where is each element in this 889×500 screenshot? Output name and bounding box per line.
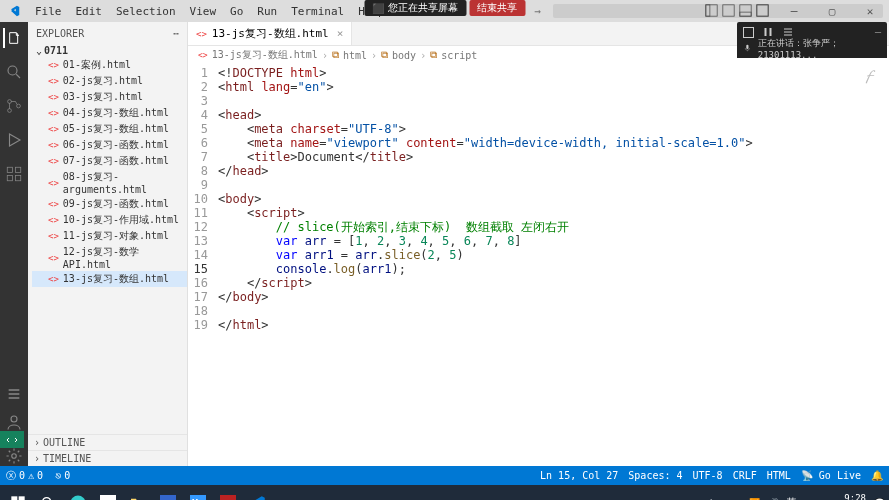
status-spaces[interactable]: Spaces: 4 — [628, 470, 682, 481]
maximize-button[interactable]: ▢ — [813, 0, 851, 22]
status-bell-icon[interactable]: 🔔 — [871, 470, 883, 481]
html-file-icon: <> — [48, 178, 59, 188]
menu-terminal[interactable]: Terminal — [284, 5, 351, 18]
sidebar-file[interactable]: <>04-js复习-数组.html — [32, 105, 187, 121]
menu-go[interactable]: Go — [223, 5, 250, 18]
layout-panel3-icon[interactable] — [739, 4, 752, 17]
tab-active[interactable]: <> 13-js复习-数组.html × — [188, 22, 352, 45]
end-share-button[interactable]: 结束共享 — [469, 0, 525, 16]
sidebar-file[interactable]: <>05-js复习-数组.html — [32, 121, 187, 137]
taskbar-wps-icon[interactable]: W — [214, 489, 242, 501]
sidebar-file[interactable]: <>11-js复习-对象.html — [32, 228, 187, 244]
taskbar-app1-icon[interactable]: ✱ — [94, 489, 122, 501]
svg-point-17 — [12, 454, 17, 459]
sidebar-file[interactable]: <>06-js复习-函数.html — [32, 137, 187, 153]
sidebar-more-icon[interactable]: ⋯ — [173, 28, 179, 39]
svg-point-16 — [11, 416, 17, 422]
svg-rect-12 — [7, 167, 12, 172]
annotation-doodle: 𝓯 — [865, 66, 869, 85]
menu-bar: FileEditSelectionViewGoRunTerminalHelp ←… — [0, 0, 889, 22]
taskbar-search-icon[interactable] — [34, 489, 62, 501]
html-file-icon: <> — [196, 29, 207, 39]
taskbar-app3-icon[interactable]: M — [184, 489, 212, 501]
nav-fwd-icon[interactable]: → — [534, 5, 541, 18]
chevron-right-icon: › — [34, 453, 40, 464]
sidebar-file[interactable]: <>13-js复习-数组.html — [32, 271, 187, 287]
menu-run[interactable]: Run — [250, 5, 284, 18]
sidebar-header: EXPLORER ⋯ — [28, 22, 187, 44]
menu-view[interactable]: View — [183, 5, 224, 18]
remote-indicator[interactable] — [0, 431, 24, 448]
status-problems[interactable]: ⓧ0 ⚠0 ⎋0 — [6, 469, 70, 483]
layout-panel4-icon[interactable] — [756, 4, 769, 17]
broadcast-icon: 📡 — [801, 470, 813, 481]
sidebar-file[interactable]: <>08-js复习-arguments.html — [32, 169, 187, 196]
html-file-icon: <> — [48, 215, 59, 225]
html-file-icon: <> — [48, 274, 59, 284]
chevron-down-icon: ⌄ — [36, 45, 42, 56]
taskbar: ✱ M W ^ ☁ ◆ 📶 🔊 英 ⌨ 9:282024/7/12 💬 — [0, 485, 889, 500]
timeline-section[interactable]: ›TIMELINE — [28, 450, 187, 466]
status-golive[interactable]: 📡 Go Live — [801, 470, 861, 481]
svg-rect-15 — [16, 176, 21, 181]
status-eol[interactable]: CRLF — [733, 470, 757, 481]
tray-ime[interactable]: 英 — [787, 496, 796, 500]
layout-panel2-icon[interactable] — [722, 4, 735, 17]
settings-gear-icon[interactable] — [4, 446, 24, 466]
svg-rect-30 — [160, 495, 176, 501]
sidebar-file[interactable]: <>03-js复习.html — [32, 89, 187, 105]
status-lang[interactable]: HTML — [767, 470, 791, 481]
svg-point-27 — [71, 495, 86, 500]
minimize-button[interactable]: ─ — [775, 0, 813, 22]
html-file-icon: <> — [48, 140, 59, 150]
taskbar-files-icon[interactable] — [124, 489, 152, 501]
list-icon[interactable] — [4, 384, 24, 404]
taskbar-vscode-icon[interactable] — [244, 489, 272, 501]
menu-edit[interactable]: Edit — [69, 5, 110, 18]
explorer-icon[interactable] — [3, 28, 23, 48]
taskbar-edge-icon[interactable] — [64, 489, 92, 501]
html-file-icon: <> — [48, 92, 59, 102]
status-cursor[interactable]: Ln 15, Col 27 — [540, 470, 618, 481]
svg-rect-6 — [757, 5, 768, 16]
svg-rect-1 — [706, 5, 710, 16]
html-file-icon: <> — [48, 253, 59, 263]
sidebar-file[interactable]: <>10-js复习-作用域.html — [32, 212, 187, 228]
menu-selection[interactable]: Selection — [109, 5, 183, 18]
svg-rect-0 — [706, 5, 717, 16]
sidebar-file[interactable]: <>09-js复习-函数.html — [32, 196, 187, 212]
source-control-icon[interactable] — [4, 96, 24, 116]
sidebar-file[interactable]: <>01-案例.html — [32, 57, 187, 73]
tray-clock[interactable]: 9:282024/7/12 — [817, 493, 866, 501]
close-button[interactable]: ✕ — [851, 0, 889, 22]
sidebar-file[interactable]: <>07-js复习-函数.html — [32, 153, 187, 169]
sidebar-folder[interactable]: ⌄ 0711 — [32, 44, 187, 57]
status-encoding[interactable]: UTF-8 — [693, 470, 723, 481]
code-editor[interactable]: 12345678910111213141516171819 <!DOCTYPE … — [188, 64, 889, 466]
svg-point-7 — [8, 66, 17, 75]
meeting-overlay[interactable]: ─ 正在讲话：张争严；21301113... — [737, 22, 887, 58]
html-file-icon: <> — [48, 199, 59, 209]
layout-panel-icon[interactable] — [705, 4, 718, 17]
error-icon: ⓧ — [6, 469, 16, 483]
taskbar-app2-icon[interactable] — [154, 489, 182, 501]
outline-section[interactable]: ›OUTLINE — [28, 434, 187, 450]
svg-rect-21 — [11, 496, 17, 500]
svg-rect-22 — [19, 496, 25, 500]
extensions-icon[interactable] — [4, 164, 24, 184]
tab-close-icon[interactable]: × — [337, 27, 344, 40]
svg-rect-5 — [757, 5, 768, 16]
start-button[interactable] — [4, 489, 32, 501]
html-file-icon: <> — [48, 231, 59, 241]
debug-icon[interactable] — [4, 130, 24, 150]
sidebar-file[interactable]: <>02-js复习.html — [32, 73, 187, 89]
overlay-stop-icon[interactable] — [743, 27, 754, 38]
sidebar-file[interactable]: <>12-js复习-数学API.html — [32, 244, 187, 271]
status-bar: ⓧ0 ⚠0 ⎋0 Ln 15, Col 27 Spaces: 4 UTF-8 C… — [0, 466, 889, 485]
window-controls: ─ ▢ ✕ — [775, 0, 889, 22]
svg-point-10 — [8, 109, 12, 113]
vscode-logo-icon — [6, 3, 22, 19]
search-icon[interactable] — [4, 62, 24, 82]
menu-file[interactable]: File — [28, 5, 69, 18]
account-icon[interactable] — [4, 412, 24, 432]
